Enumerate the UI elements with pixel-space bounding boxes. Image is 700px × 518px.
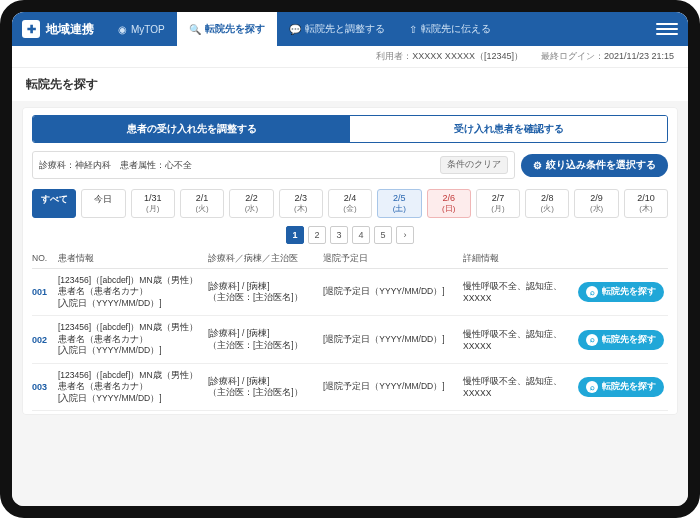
clear-filter-button[interactable]: 条件のクリア bbox=[440, 156, 508, 174]
find-destination-button[interactable]: ⌕転院先を探す bbox=[578, 377, 664, 397]
table-row: 002[123456]（[abcdef]）MN歳（男性）患者名（患者名カナ）[入… bbox=[32, 316, 668, 363]
page-title: 転院先を探す bbox=[12, 68, 688, 101]
meta-bar: 利用者：XXXXX XXXXX（[12345]） 最終ログイン：2021/11/… bbox=[12, 46, 688, 68]
table-body: 001[123456]（[abcdef]）MN歳（男性）患者名（患者名カナ）[入… bbox=[32, 269, 668, 411]
tab-switch: 患者の受け入れ先を調整する 受け入れ患者を確認する bbox=[32, 115, 668, 143]
app-header: ✚ 地域連携 ◉MyTOP🔍転院先を探す💬転院先と調整する⇧転院先に伝える bbox=[12, 12, 688, 46]
row-details: 慢性呼吸不全、認知症、XXXXX bbox=[463, 376, 578, 398]
tab-adjust-destination[interactable]: 患者の受け入れ先を調整する bbox=[33, 116, 350, 142]
row-patient: [123456]（[abcdef]）MN歳（男性）患者名（患者名カナ）[入院日（… bbox=[58, 370, 208, 404]
filter-text: 診療科：神経内科 患者属性：心不全 bbox=[39, 159, 192, 172]
row-details: 慢性呼吸不全、認知症、XXXXX bbox=[463, 281, 578, 303]
pager-page[interactable]: 2 bbox=[308, 226, 326, 244]
row-no: 003 bbox=[32, 382, 58, 392]
pager-page[interactable]: 5 bbox=[374, 226, 392, 244]
person-icon: ◉ bbox=[118, 24, 127, 35]
pager-page[interactable]: 3 bbox=[330, 226, 348, 244]
row-dept: [診療科] / [病棟]（主治医：[主治医名]） bbox=[208, 376, 323, 399]
date-chip[interactable]: 2/1(火) bbox=[180, 189, 224, 218]
row-discharge: [退院予定日（YYYY/MM/DD）] bbox=[323, 334, 463, 346]
brand: ✚ 地域連携 bbox=[22, 20, 94, 38]
date-chip[interactable]: すべて bbox=[32, 189, 76, 218]
row-dept: [診療科] / [病棟]（主治医：[主治医名]） bbox=[208, 281, 323, 304]
date-chip[interactable]: 2/2(水) bbox=[229, 189, 273, 218]
filter-button-label: 絞り込み条件を選択する bbox=[546, 159, 656, 172]
brand-title: 地域連携 bbox=[46, 21, 94, 38]
menu-icon[interactable] bbox=[656, 18, 678, 40]
last-login: 最終ログイン：2021/11/23 21:15 bbox=[541, 50, 674, 63]
date-chip[interactable]: 2/6(日) bbox=[427, 189, 471, 218]
pager-page[interactable]: 4 bbox=[352, 226, 370, 244]
row-patient: [123456]（[abcdef]）MN歳（男性）患者名（患者名カナ）[入院日（… bbox=[58, 322, 208, 356]
search-icon: ⌕ bbox=[586, 381, 598, 393]
row-dept: [診療科] / [病棟]（主治医：[主治医名]） bbox=[208, 328, 323, 351]
screen: ✚ 地域連携 ◉MyTOP🔍転院先を探す💬転院先と調整する⇧転院先に伝える 利用… bbox=[12, 12, 688, 506]
main-card: 患者の受け入れ先を調整する 受け入れ患者を確認する 診療科：神経内科 患者属性：… bbox=[22, 107, 678, 415]
tab-confirm-patients[interactable]: 受け入れ患者を確認する bbox=[350, 116, 667, 142]
filter-summary[interactable]: 診療科：神経内科 患者属性：心不全 条件のクリア bbox=[32, 151, 515, 179]
user-info: 利用者：XXXXX XXXXX（[12345]） bbox=[376, 50, 523, 63]
search-icon: 🔍 bbox=[189, 24, 201, 35]
date-chip[interactable]: 2/7(月) bbox=[476, 189, 520, 218]
pager-page[interactable]: 1 bbox=[286, 226, 304, 244]
th-discharge: 退院予定日 bbox=[323, 253, 463, 265]
search-icon: ⌕ bbox=[586, 334, 598, 346]
row-no: 001 bbox=[32, 287, 58, 297]
table-header: NO. 患者情報 診療科／病棟／主治医 退院予定日 詳細情報 bbox=[32, 250, 668, 269]
brand-icon: ✚ bbox=[22, 20, 40, 38]
find-destination-button[interactable]: ⌕転院先を探す bbox=[578, 282, 664, 302]
th-details: 詳細情報 bbox=[463, 253, 578, 265]
date-chip[interactable]: 2/5(土) bbox=[377, 189, 421, 218]
date-chip[interactable]: 1/31(月) bbox=[131, 189, 175, 218]
th-dept: 診療科／病棟／主治医 bbox=[208, 253, 323, 265]
filter-row: 診療科：神経内科 患者属性：心不全 条件のクリア ⚙ 絞り込み条件を選択する bbox=[32, 151, 668, 179]
chat-icon: 💬 bbox=[289, 24, 301, 35]
table-row: 003[123456]（[abcdef]）MN歳（男性）患者名（患者名カナ）[入… bbox=[32, 364, 668, 411]
top-nav: ◉MyTOP🔍転院先を探す💬転院先と調整する⇧転院先に伝える bbox=[106, 12, 503, 46]
find-destination-button[interactable]: ⌕転院先を探す bbox=[578, 330, 664, 350]
nav-MyTOP[interactable]: ◉MyTOP bbox=[106, 12, 177, 46]
date-chip[interactable]: 2/10(木) bbox=[624, 189, 668, 218]
search-icon: ⌕ bbox=[586, 286, 598, 298]
row-patient: [123456]（[abcdef]）MN歳（男性）患者名（患者名カナ）[入院日（… bbox=[58, 275, 208, 309]
date-chip[interactable]: 2/4(金) bbox=[328, 189, 372, 218]
row-no: 002 bbox=[32, 335, 58, 345]
row-details: 慢性呼吸不全、認知症、XXXXX bbox=[463, 329, 578, 351]
date-chip[interactable]: 2/3(木) bbox=[279, 189, 323, 218]
row-discharge: [退院予定日（YYYY/MM/DD）] bbox=[323, 286, 463, 298]
date-selector: すべて今日1/31(月)2/1(火)2/2(水)2/3(木)2/4(金)2/5(… bbox=[32, 189, 668, 218]
th-patient: 患者情報 bbox=[58, 253, 208, 265]
th-no: NO. bbox=[32, 253, 58, 265]
date-chip[interactable]: 2/9(水) bbox=[574, 189, 618, 218]
device-frame: ✚ 地域連携 ◉MyTOP🔍転院先を探す💬転院先と調整する⇧転院先に伝える 利用… bbox=[0, 0, 700, 518]
upload-icon: ⇧ bbox=[409, 24, 417, 35]
table-row: 001[123456]（[abcdef]）MN歳（男性）患者名（患者名カナ）[入… bbox=[32, 269, 668, 316]
pager: 12345› bbox=[32, 226, 668, 244]
date-chip[interactable]: 2/8(火) bbox=[525, 189, 569, 218]
nav-転院先を探す[interactable]: 🔍転院先を探す bbox=[177, 12, 277, 46]
nav-転院先に伝える[interactable]: ⇧転院先に伝える bbox=[397, 12, 503, 46]
date-chip[interactable]: 今日 bbox=[81, 189, 125, 218]
pager-next[interactable]: › bbox=[396, 226, 414, 244]
open-filter-button[interactable]: ⚙ 絞り込み条件を選択する bbox=[521, 154, 668, 177]
nav-転院先と調整する[interactable]: 💬転院先と調整する bbox=[277, 12, 397, 46]
filter-icon: ⚙ bbox=[533, 160, 542, 171]
row-discharge: [退院予定日（YYYY/MM/DD）] bbox=[323, 381, 463, 393]
